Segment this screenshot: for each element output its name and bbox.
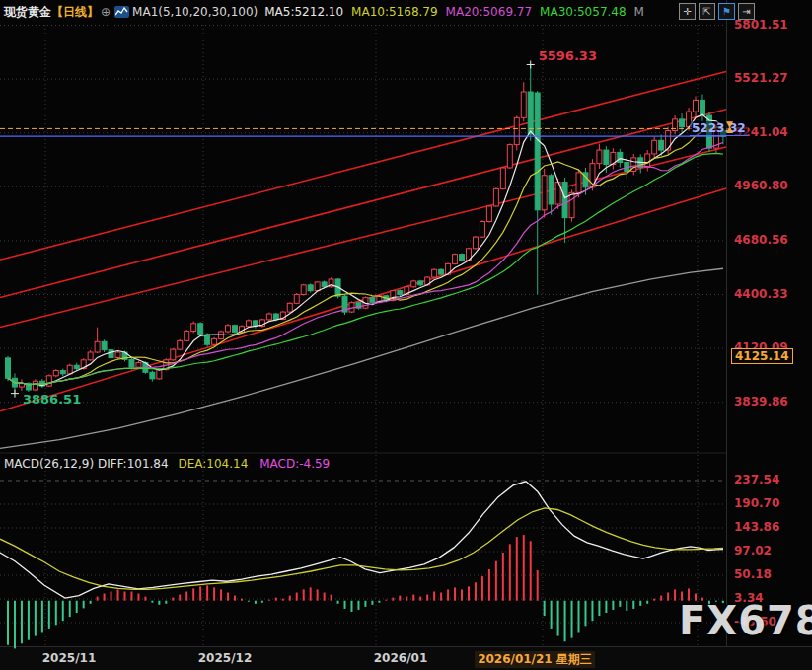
ma10-value: MA10:5168.79 — [351, 5, 438, 19]
chart-canvas[interactable] — [0, 0, 812, 670]
indicator-icon[interactable]: ⚑ — [718, 3, 735, 20]
ma5-value: MA5:5212.10 — [264, 5, 343, 19]
candles-layer — [6, 64, 726, 393]
gridlines-layer — [0, 25, 726, 646]
symbol-name: 现货黄金 — [4, 4, 51, 21]
x-axis-month-label: 2026/01 — [374, 651, 427, 665]
ma-settings-label: MA1(5,10,20,30,100) — [132, 5, 258, 19]
x-axis-selected-date: 2026/01/21 星期三 — [475, 651, 595, 668]
chart-type-icon[interactable] — [114, 6, 129, 18]
x-axis-month-label: 2025/12 — [198, 651, 252, 665]
x-axis-month-label: 2025/11 — [42, 651, 96, 665]
ma20-value: MA20:5069.77 — [446, 5, 533, 19]
macd-dea-value: DEA:104.14 — [178, 457, 248, 471]
alert-price-label[interactable]: 4125.14 — [731, 348, 793, 364]
price-axis-label: 4960.80 — [734, 179, 788, 192]
watermark: FX678 — [679, 598, 812, 643]
price-marker-icon: ▼▲ — [726, 122, 733, 132]
macd-header: MACD(26,12,9) DIFF:101.84 DEA:104.14 MAC… — [4, 457, 330, 471]
ma30-value: MA30:5057.48 — [540, 5, 627, 19]
extreme-markers-layer — [11, 60, 535, 397]
collapse-icon[interactable]: ⇥ — [738, 3, 755, 20]
price-axis-label: 3839.86 — [734, 395, 788, 409]
macd-layer — [0, 482, 723, 649]
highest-price-label: 5596.33 — [539, 48, 597, 63]
lowest-price-label: 3886.51 — [23, 392, 81, 407]
price-axis-label: 4680.56 — [734, 233, 788, 247]
add-icon[interactable]: ⊕ — [101, 5, 111, 19]
price-axis-label: 5521.27 — [734, 71, 788, 85]
macd-value: MACD:-4.59 — [259, 457, 330, 471]
macd-params-diff: MACD(26,12,9) DIFF:101.84 — [4, 457, 169, 471]
period-label: 【日线】 — [51, 4, 99, 21]
chart-toolbar: ✛ ⇱ ⚑ ⇥ — [679, 3, 755, 20]
scale-icon[interactable]: ⇱ — [699, 3, 715, 20]
crosshair-icon[interactable]: ✛ — [679, 3, 696, 20]
trading-chart-window: 现货黄金 【日线】 ⊕ MA1(5,10,20,30,100) MA5:5212… — [0, 0, 812, 670]
ma100-line — [0, 268, 723, 448]
ma100-truncated-label: M — [634, 5, 644, 19]
horizontal-line-price-label[interactable]: 5223.32 — [690, 121, 748, 136]
price-axis-label: 4400.33 — [734, 287, 788, 301]
